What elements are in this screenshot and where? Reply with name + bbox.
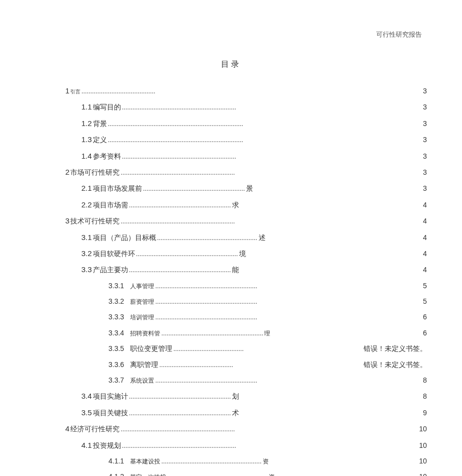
toc-entry: 4.1.2 其它一次性投 ...........................… (108, 471, 427, 476)
toc-label: 项目市场发展前 (93, 183, 142, 194)
toc-label: 市场可行性研究 (70, 167, 120, 178)
toc-page-number: 3 (412, 101, 427, 112)
toc-page-number: 4 (412, 232, 427, 243)
toc-entry: 1.3 定义 .................................… (81, 134, 427, 146)
toc-label: 背景 (93, 118, 107, 130)
toc-label: 培训管理 (130, 313, 154, 322)
toc-error-text: 错误！未定义书签。 (364, 343, 427, 354)
toc-number: 2 (65, 166, 69, 178)
toc-entry: 2.2 项目市场需 ..............................… (81, 199, 427, 211)
toc-entry: 3.3.7 系统设置 .............................… (108, 375, 427, 386)
toc-page-number: 4 (412, 199, 427, 210)
toc-entry: 4.1.1 基本建设投 ............................… (108, 455, 427, 467)
toc-leader-dots: ........................................… (155, 375, 257, 386)
toc-entry: 3.1 项目（产品）目标概 ..........................… (81, 231, 427, 244)
toc-number: 3.2 (81, 248, 92, 260)
toc-label: 定义 (93, 135, 107, 146)
toc-title: 目录 (35, 59, 427, 70)
toc-entry: 3.3 产品主要功 ..............................… (81, 264, 427, 276)
toc-entry: 1 引言 ...................................… (65, 85, 427, 97)
toc-page-number: 4 (412, 248, 427, 259)
toc-label: 投资规划 (93, 440, 121, 451)
toc-leader-dots: ........................................… (167, 471, 268, 476)
toc-page-number: 3 (412, 151, 427, 162)
toc-leader-dots: ........................................… (129, 391, 231, 402)
toc-number: 3.3.4 (108, 327, 124, 338)
toc-entry: 3.3.2 薪资管理 .............................… (108, 296, 427, 307)
toc-page-number: 3 (412, 167, 427, 178)
toc-label: 参考资料 (93, 151, 121, 162)
toc-entry: 3.5 项目关键技 ..............................… (81, 407, 427, 419)
toc-page-number: 6 (412, 311, 427, 322)
toc-label-suffix: 述 (259, 232, 266, 244)
toc-label: 项目（产品）目标概 (93, 232, 156, 244)
toc-entry: 1.2 背景 .................................… (81, 117, 427, 130)
toc-number: 3.3.6 (108, 359, 124, 370)
toc-leader-dots: ........................................… (155, 296, 257, 307)
toc-label: 项目市场需 (93, 200, 128, 211)
toc-number: 3.1 (81, 231, 92, 244)
toc-leader-dots: ........................................… (129, 200, 231, 211)
toc-page-number: 10 (412, 423, 427, 434)
toc-error-text: 错误！未定义书签。 (364, 360, 427, 371)
toc-entry: 2 市场可行性研究 ..............................… (65, 166, 427, 178)
toc-label: 系统设置 (130, 376, 154, 386)
toc-entry: 3.2 项目软硬件环 .............................… (81, 248, 427, 260)
toc-entry: 3.3.3 培训管理 .............................… (108, 311, 427, 323)
toc-entry: 4 经济可行性研究 ..............................… (65, 423, 427, 435)
toc-number: 4.1 (81, 439, 92, 451)
toc-leader-dots: ........................................… (121, 424, 235, 435)
toc-label: 其它一次性投 (130, 472, 166, 476)
toc-number: 3.3.7 (108, 375, 124, 386)
toc-label: 离职管理 (130, 360, 158, 371)
toc-leader-dots: ........................................… (108, 135, 244, 146)
toc-leader-dots: ........................................… (122, 440, 237, 451)
toc-leader-dots: ........................................… (81, 86, 155, 97)
toc-entry: 3.4 项目实施计 ..............................… (81, 390, 427, 402)
toc-entry: 1.1 编写目的 ...............................… (81, 101, 427, 113)
toc-label-suffix: 能 (232, 265, 239, 276)
toc-number: 3 (65, 215, 69, 227)
toc-leader-dots: ........................................… (143, 183, 245, 194)
toc-entry: 4.1 投资规划 ...............................… (81, 439, 427, 451)
toc-entry: 3.3.1 人事管理 .............................… (108, 280, 427, 292)
toc-leader-dots: ........................................… (122, 102, 237, 113)
toc-number: 3.3.3 (108, 311, 124, 322)
toc-leader-dots: ........................................… (108, 118, 244, 130)
toc-page-number: 4 (412, 264, 427, 275)
toc-page-number: 10 (412, 455, 427, 466)
toc-entry: 3.3.6 离职管理 .............................… (108, 359, 427, 371)
toc-page-number: 9 (412, 407, 427, 418)
toc-label: 项目关键技 (93, 408, 128, 419)
toc-number: 1.1 (81, 101, 92, 113)
toc-entry: 3.3.5 职位变更管理 ...........................… (108, 343, 427, 354)
toc-label-suffix: 求 (232, 200, 239, 211)
toc-label: 薪资管理 (130, 297, 154, 307)
toc-page-number: 8 (412, 375, 427, 386)
toc-number: 1 (65, 85, 69, 97)
toc-page-number: 5 (412, 280, 427, 291)
toc-label: 项目实施计 (93, 391, 128, 402)
toc-leader-dots: ........................................… (129, 408, 231, 419)
toc-label: 产品主要功 (93, 265, 128, 276)
toc-label-suffix: 术 (232, 408, 239, 419)
toc-label: 经济可行性研究 (70, 424, 120, 435)
toc-leader-dots: ........................................… (159, 360, 233, 371)
toc-label: 引言 (70, 88, 80, 96)
toc-leader-dots: ........................................… (121, 167, 235, 178)
toc-page-number: 10 (412, 440, 427, 451)
toc-number: 4.1.2 (108, 471, 124, 476)
toc-page-number: 4 (412, 215, 427, 226)
toc-label-suffix: 划 (232, 391, 239, 402)
toc-label-suffix: 景 (246, 183, 253, 194)
toc-entry: 3.3.4 招聘资料管 ............................… (108, 327, 427, 339)
toc-label-suffix: 资 (263, 457, 269, 466)
toc-leader-dots: ........................................… (161, 456, 262, 467)
toc-number: 1.3 (81, 134, 92, 146)
toc-number: 3.3.5 (108, 343, 124, 354)
toc-label: 技术可行性研究 (70, 216, 120, 227)
toc-leader-dots: ........................................… (136, 249, 238, 260)
toc-label: 编写目的 (93, 102, 121, 113)
toc-number: 3.4 (81, 390, 92, 402)
toc-number: 4.1.1 (108, 455, 124, 466)
